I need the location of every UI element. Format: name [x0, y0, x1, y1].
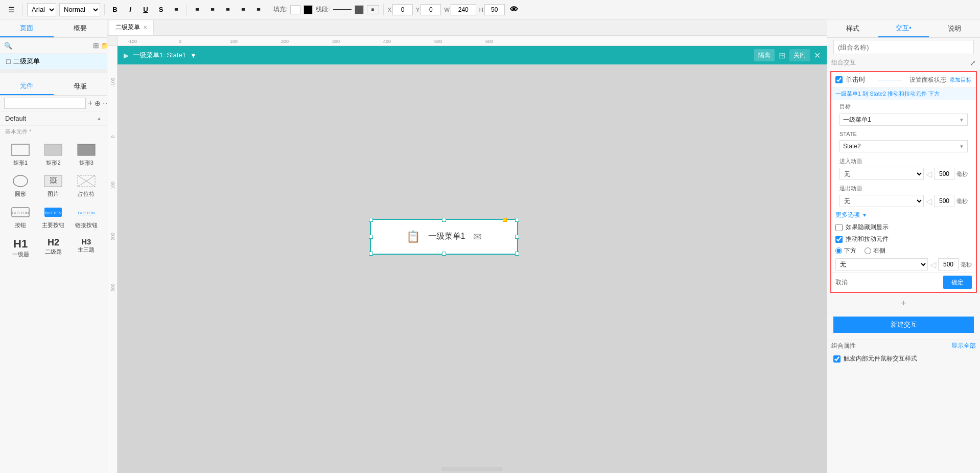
page-tab-second-menu[interactable]: 二级菜单 ✕	[109, 20, 154, 35]
copy-icon[interactable]: ⊕	[95, 99, 101, 107]
eye-btn[interactable]: 👁	[508, 4, 520, 16]
new-interaction-btn[interactable]: 新建交互	[833, 317, 974, 333]
tab-pages[interactable]: 页面	[0, 19, 54, 37]
push-drag-checkbox[interactable]	[835, 236, 843, 243]
element-rect2[interactable]: 矩形2	[38, 140, 68, 169]
canvas-component[interactable]: 📋 一级菜单1 ✉	[370, 219, 518, 255]
handle-tr[interactable]	[515, 218, 519, 222]
expand-icon[interactable]: ⤢	[970, 59, 976, 67]
view-icon[interactable]: ⊞	[93, 41, 99, 50]
enter-anim-select[interactable]: 无	[839, 168, 924, 180]
layer-checkbox: □	[6, 57, 10, 65]
line-size-box[interactable]: ≡	[367, 5, 379, 14]
left-divider	[0, 69, 107, 73]
elements-grid: 矩形1 矩形2 矩形3 圆形	[0, 137, 107, 234]
handle-bl[interactable]	[369, 252, 373, 256]
justify-btn[interactable]: ≡	[237, 4, 249, 16]
h-input[interactable]	[484, 4, 505, 15]
align-right-btn[interactable]: ≡	[222, 4, 234, 16]
fill-color-box2[interactable]	[304, 5, 313, 14]
restore-icon[interactable]: ⊞	[779, 51, 785, 60]
underline-btn[interactable]: U	[139, 4, 152, 16]
direction-right-option[interactable]: 右侧	[865, 246, 885, 255]
direction-right-radio[interactable]	[865, 247, 871, 254]
close-x-icon[interactable]: ✕	[814, 51, 821, 60]
state-expand-icon[interactable]: ▶	[124, 52, 129, 59]
event-checkbox[interactable]	[835, 76, 843, 83]
element-placeholder[interactable]: 占位符	[71, 171, 102, 200]
confirm-btn[interactable]: 确定	[943, 276, 972, 289]
exit-anim-select[interactable]: 无	[839, 195, 924, 207]
enter-anim-num[interactable]	[934, 168, 954, 180]
handle-b[interactable]	[442, 252, 446, 256]
more-options-label[interactable]: 更多选项	[835, 211, 860, 219]
exit-anim-num[interactable]	[934, 195, 954, 207]
x-input[interactable]	[392, 4, 413, 15]
direction-down-radio[interactable]	[835, 247, 842, 254]
line-color-box[interactable]	[355, 5, 364, 14]
canvas[interactable]: ▶ 一级菜单1: State1 ▼ 隔离 ⊞ 关闭 ✕	[118, 46, 827, 473]
scroll-bar[interactable]	[441, 467, 503, 471]
show-if-hidden-checkbox[interactable]	[835, 224, 843, 231]
group-name-input[interactable]	[833, 40, 974, 54]
elements-controls: + ⊕ ⋯	[0, 96, 107, 111]
list-btn[interactable]: ≡	[170, 4, 182, 16]
handle-br[interactable]	[515, 252, 519, 256]
bold-btn[interactable]: B	[109, 4, 121, 16]
elements-search-input[interactable]	[4, 98, 86, 109]
menu-icon[interactable]: ☰	[4, 3, 18, 17]
target-field-row: 一级菜单1 ▼	[835, 111, 972, 128]
element-rect1[interactable]: 矩形1	[5, 140, 36, 169]
trigger-checkbox[interactable]	[833, 355, 841, 363]
h1-element[interactable]: H1 一级题	[5, 237, 36, 258]
element-primary-btn[interactable]: BUTTON 主要按钮	[38, 202, 68, 231]
h2-element[interactable]: H2 二级题	[38, 237, 68, 258]
direction-down-option[interactable]: 下方	[835, 246, 856, 255]
add-interaction-row[interactable]: +	[827, 295, 980, 312]
target-value-box[interactable]: 一级菜单1 ▼	[839, 114, 968, 126]
handle-tl[interactable]	[369, 218, 373, 222]
cancel-btn[interactable]: 取消	[835, 278, 848, 287]
h3-element[interactable]: H3 主三题	[71, 237, 102, 258]
more-options-arrow[interactable]: ▼	[862, 212, 867, 218]
element-image[interactable]: 🖼 图片	[38, 171, 68, 200]
element-button[interactable]: BUTTON 按钮	[5, 202, 36, 231]
handle-r[interactable]	[515, 235, 519, 239]
push-anim-num[interactable]	[938, 258, 959, 271]
search-input[interactable]	[14, 40, 91, 51]
font-style-select[interactable]: Normal	[59, 3, 100, 16]
handle-t[interactable]	[442, 218, 446, 222]
handle-l[interactable]	[369, 235, 373, 239]
strikethrough-btn[interactable]: S	[155, 4, 167, 16]
layer-item-second-menu[interactable]: □ 二级菜单	[0, 54, 107, 69]
tab-desc[interactable]: 说明	[929, 19, 980, 37]
align-center-btn[interactable]: ≡	[206, 4, 219, 16]
element-rect3[interactable]: 矩形3	[71, 140, 102, 169]
font-family-select[interactable]: Arial	[27, 3, 56, 16]
tab-outline[interactable]: 概要	[54, 19, 107, 37]
show-all-btn[interactable]: 显示全部	[951, 342, 976, 350]
add-target-btn[interactable]: 添加目标	[949, 76, 972, 84]
tab-interaction[interactable]: 交互 •	[878, 19, 929, 37]
fill-color-box[interactable]	[290, 5, 300, 14]
state-value-box[interactable]: State2 ▼	[839, 140, 968, 152]
tab-style[interactable]: 样式	[827, 19, 878, 37]
close-btn[interactable]: 关闭	[789, 49, 810, 61]
y-input[interactable]	[421, 4, 441, 15]
align-extra-btn[interactable]: ≡	[252, 4, 265, 16]
default-group[interactable]: Default ▲	[0, 111, 107, 126]
align-left-btn[interactable]: ≡	[191, 4, 203, 16]
element-circle[interactable]: 圆形	[5, 171, 36, 200]
page-tab-close[interactable]: ✕	[143, 25, 147, 30]
add-icon[interactable]: +	[88, 99, 92, 108]
element-link-btn[interactable]: BUTTON 链接按钮	[71, 202, 102, 231]
push-anim-select[interactable]: 无	[835, 258, 928, 271]
hide-btn[interactable]: 隔离	[754, 49, 775, 61]
tab-masters[interactable]: 母版	[54, 77, 107, 95]
handle-yellow[interactable]	[503, 218, 507, 222]
italic-btn[interactable]: I	[124, 4, 136, 16]
h2-label: 二级题	[45, 248, 62, 256]
w-input[interactable]	[451, 4, 476, 15]
tab-elements[interactable]: 元件	[0, 77, 54, 95]
state-arrow[interactable]: ▼	[190, 52, 197, 59]
